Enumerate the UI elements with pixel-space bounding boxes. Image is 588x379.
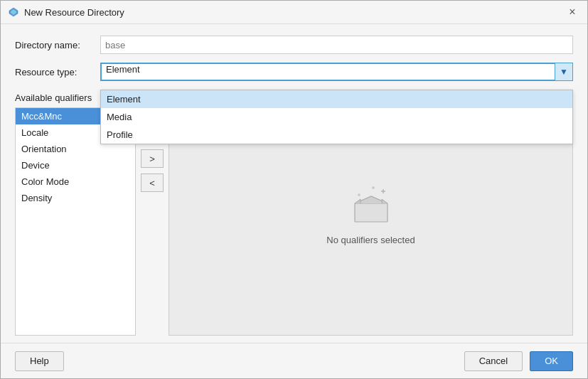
directory-name-input[interactable] (100, 36, 573, 54)
dropdown-item-element[interactable]: Element (101, 90, 572, 108)
dropdown-item-profile[interactable]: Profile (101, 126, 572, 144)
no-qualifiers-text: No qualifiers selected (326, 235, 415, 245)
remove-qualifier-button[interactable]: < (141, 174, 164, 192)
add-qualifier-button[interactable]: > (141, 149, 164, 168)
help-button[interactable]: Help (15, 351, 64, 371)
qualifier-item-density[interactable]: Density (16, 190, 135, 206)
dialog-content: Directory name: Resource type: Element ▼… (1, 24, 587, 343)
title-bar-left: New Resource Directory (8, 6, 124, 18)
cancel-button[interactable]: Cancel (464, 351, 523, 371)
directory-name-label: Directory name: (15, 40, 93, 50)
resource-type-dropdown: Element Media Profile (100, 90, 573, 144)
directory-name-row: Directory name: (15, 36, 573, 54)
dialog-footer: Help Cancel OK (1, 343, 587, 378)
footer-right: Cancel OK (464, 351, 573, 371)
resource-type-row: Resource type: Element ▼ Element Media P… (15, 63, 573, 81)
empty-box-icon (346, 183, 396, 226)
footer-left: Help (15, 351, 64, 371)
dropdown-item-media[interactable]: Media (101, 108, 572, 126)
close-button[interactable]: × (565, 4, 580, 20)
dialog-title: New Resource Directory (24, 7, 124, 18)
qualifier-item-colormode[interactable]: Color Mode (16, 174, 135, 190)
dialog: New Resource Directory × Directory name:… (0, 0, 588, 379)
resource-type-label: Resource type: (15, 67, 93, 78)
ok-button[interactable]: OK (530, 351, 573, 371)
resource-type-display[interactable]: Element (100, 63, 573, 81)
svg-rect-0 (355, 203, 387, 222)
qualifier-item-device[interactable]: Device (16, 157, 135, 174)
resource-type-select-wrapper: Element ▼ Element Media Profile (100, 63, 573, 81)
app-icon (8, 6, 19, 18)
title-bar: New Resource Directory × (1, 1, 587, 24)
